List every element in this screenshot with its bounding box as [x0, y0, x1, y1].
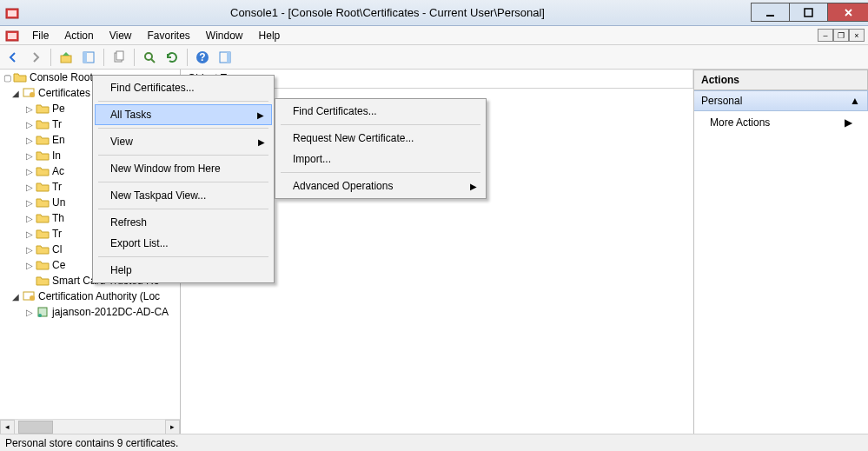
window-controls [751, 3, 868, 22]
chevron-down-icon: ◢ [10, 88, 21, 98]
tree-ca[interactable]: ◢ Certification Authority (Loc [0, 289, 180, 304]
up-button[interactable] [56, 48, 76, 67]
folder-icon [36, 258, 50, 272]
ctx-label: Help [110, 264, 132, 276]
chevron-right-icon: ▶ [258, 137, 265, 147]
help-button[interactable]: ? [193, 48, 212, 67]
ctx-find-certificates[interactable]: Find Certificates... [95, 77, 272, 98]
copy-button[interactable] [109, 48, 129, 67]
status-text: Personal store contains 9 certificates. [5, 437, 178, 449]
mmc-icon [5, 29, 19, 43]
horizontal-scrollbar[interactable]: ◂ ▸ [0, 419, 180, 434]
chevron-right-icon: ▷ [24, 229, 35, 239]
tree-label: jajanson-2012DC-AD-CA [52, 306, 169, 318]
titlebar: Console1 - [Console Root\Certificates - … [0, 0, 868, 26]
mdi-close-button[interactable]: × [849, 29, 865, 42]
ctx-view[interactable]: View▶ [95, 131, 272, 152]
show-hide-tree-button[interactable] [79, 48, 98, 67]
scroll-right-button[interactable]: ▸ [165, 420, 180, 434]
menu-favorites[interactable]: Favorites [140, 27, 198, 44]
chevron-right-icon: ▷ [24, 244, 35, 255]
certificate-icon [22, 86, 36, 100]
ctx-import[interactable]: Import... [277, 149, 484, 169]
menu-action[interactable]: Action [56, 27, 101, 44]
tree-label: Un [52, 196, 65, 209]
show-hide-action-button[interactable] [215, 48, 235, 67]
chevron-right-icon: ▷ [24, 197, 35, 208]
mdi-minimize-button[interactable]: – [818, 29, 833, 42]
toolbar: ? [0, 45, 868, 70]
folder-icon [36, 211, 50, 225]
folder-icon [36, 117, 50, 131]
menu-separator [98, 182, 268, 182]
statusbar: Personal store contains 9 certificates. [0, 434, 868, 451]
menu-separator [98, 101, 268, 102]
folder-icon [13, 70, 27, 84]
menu-window[interactable]: Window [198, 27, 251, 44]
minimize-button[interactable] [751, 3, 790, 22]
more-actions[interactable]: More Actions ▶ [694, 111, 868, 134]
folder-icon [36, 242, 50, 256]
ctx-new-taskpad[interactable]: New Taskpad View... [95, 185, 272, 206]
ctx-export-list[interactable]: Export List... [95, 233, 272, 254]
server-icon [36, 305, 50, 319]
chevron-right-icon: ▶ [470, 182, 477, 191]
chevron-right-icon: ▶ [845, 116, 852, 129]
ctx-label: Export List... [110, 237, 169, 249]
collapse-icon: ▲ [850, 95, 860, 107]
ctx-label: New Taskpad View... [110, 189, 206, 202]
svg-rect-3 [805, 9, 812, 17]
svg-point-17 [30, 92, 35, 97]
toolbar-separator [187, 49, 188, 66]
menu-separator [281, 172, 480, 173]
maximize-button[interactable] [789, 3, 828, 22]
ctx-advanced-operations[interactable]: Advanced Operations▶ [277, 176, 484, 196]
tree-label: Ce [52, 259, 65, 271]
ctx-label: Refresh [110, 216, 147, 229]
ctx-all-tasks[interactable]: All Tasks▶ [95, 104, 272, 125]
chevron-down-icon: ◢ [10, 291, 21, 302]
find-button[interactable] [140, 48, 159, 67]
chevron-right-icon: ▷ [24, 150, 35, 161]
tree-label: Pe [52, 103, 65, 115]
scroll-left-button[interactable]: ◂ [0, 420, 15, 434]
folder-icon [36, 274, 50, 288]
ctx-help[interactable]: Help [95, 260, 272, 281]
folder-icon [36, 196, 50, 209]
svg-rect-2 [766, 15, 774, 17]
ctx-new-window[interactable]: New Window from Here [95, 158, 272, 179]
menu-help[interactable]: Help [251, 27, 288, 44]
refresh-button[interactable] [162, 48, 182, 67]
ctx-find-certificates-sub[interactable]: Find Certificates... [277, 101, 484, 122]
svg-point-19 [30, 295, 35, 301]
ctx-label: All Tasks [110, 109, 151, 121]
menu-file[interactable]: File [24, 27, 56, 44]
ctx-label: New Window from Here [110, 162, 221, 175]
svg-point-11 [145, 53, 152, 60]
chevron-right-icon: ▶ [257, 110, 264, 120]
context-submenu: Find Certificates... Request New Certifi… [275, 98, 487, 199]
actions-group[interactable]: Personal ▲ [694, 90, 868, 111]
ctx-refresh[interactable]: Refresh [95, 212, 272, 233]
tree-label: Th [52, 212, 64, 224]
mdi-buttons: – ❐ × [818, 29, 865, 42]
actions-pane: Actions Personal ▲ More Actions ▶ [694, 70, 868, 434]
close-button[interactable] [827, 3, 868, 22]
svg-rect-15 [227, 52, 230, 63]
certificate-icon [22, 289, 36, 303]
window-title: Console1 - [Console Root\Certificates - … [24, 6, 751, 19]
menu-view[interactable]: View [102, 27, 140, 44]
tree-ca-child[interactable]: ▷ jajanson-2012DC-AD-CA [0, 304, 180, 320]
chevron-right-icon: ▷ [24, 135, 35, 145]
tree-label: In [52, 149, 61, 162]
scroll-thumb[interactable] [18, 421, 53, 434]
back-button[interactable] [3, 48, 23, 67]
forward-button[interactable] [26, 48, 45, 67]
ctx-request-new-certificate[interactable]: Request New Certificate... [277, 128, 484, 149]
mdi-restore-button[interactable]: ❐ [833, 29, 849, 42]
toolbar-separator [134, 49, 135, 66]
folder-icon [36, 133, 50, 147]
workspace: ▢ Console Root ◢ Certificates - Current … [0, 70, 868, 434]
svg-rect-10 [116, 51, 123, 60]
toolbar-separator [50, 49, 51, 66]
